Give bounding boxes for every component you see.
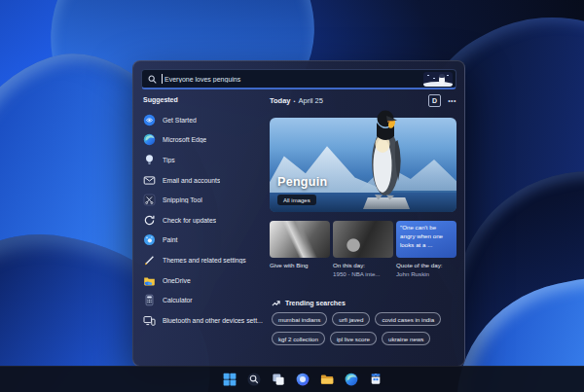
screen: Everyone loves penguins Suggested Get St… <box>0 0 584 392</box>
windows-logo-icon <box>223 373 237 387</box>
trending-icon <box>272 299 280 307</box>
file-explorer-button[interactable] <box>318 371 337 389</box>
start-button[interactable] <box>221 371 239 389</box>
sync-arrows-icon <box>143 214 156 227</box>
task-view-icon <box>272 373 286 387</box>
taskbar-search-button[interactable] <box>245 371 264 389</box>
daily-section: Today • April 25 D ••• <box>270 94 456 367</box>
search-icon <box>247 373 262 387</box>
envelope-icon <box>143 174 156 187</box>
edge-icon <box>345 373 359 387</box>
trending-header: Trending searches <box>272 299 346 307</box>
trending-title: Trending searches <box>285 300 346 306</box>
all-images-button[interactable]: All images <box>277 195 316 205</box>
suggested-item-microsoft-edge[interactable]: Microsoft Edge <box>143 130 270 151</box>
folder-icon <box>320 373 335 387</box>
search-icon <box>148 75 157 84</box>
widgets-icon <box>296 373 310 387</box>
text-caret <box>162 74 163 84</box>
card-thumbnail <box>333 221 393 258</box>
suggested-item-paint[interactable]: Paint <box>143 231 270 251</box>
suggested-item-check-updates[interactable]: Check for updates <box>143 210 270 231</box>
suggested-item-get-started[interactable]: Get Started <box>143 110 270 130</box>
suggested-item-themes[interactable]: Themes and related settings <box>143 250 270 270</box>
suggested-section: Suggested Get Started <box>143 96 270 331</box>
today-label: Today <box>270 96 291 105</box>
store-bag-icon <box>369 373 383 387</box>
suggested-title: Suggested <box>143 96 270 103</box>
daily-cards: Give with Bing On this day: 1950 - NBA i… <box>270 221 456 279</box>
more-options-icon[interactable]: ••• <box>448 99 456 103</box>
search-query-text: Everyone loves penguins <box>164 76 423 83</box>
widgets-button[interactable] <box>294 371 312 389</box>
taskbar <box>0 366 584 392</box>
daily-header: Today • April 25 D ••• <box>270 94 456 107</box>
suggested-item-onedrive[interactable]: OneDrive <box>143 270 270 291</box>
suggested-item-email-accounts[interactable]: Email and accounts <box>143 170 270 191</box>
quote-text: "One can't be angry when one looks at a … <box>396 221 456 258</box>
search-flyout: Everyone loves penguins Suggested Get St… <box>132 60 465 367</box>
trending-chip[interactable]: ukraine news <box>382 332 430 345</box>
suggested-item-tips[interactable]: Tips <box>143 150 270 170</box>
date-label: April 25 <box>298 96 322 105</box>
calculator-icon <box>143 294 156 306</box>
onedrive-folder-icon <box>143 274 156 287</box>
get-started-icon <box>143 114 156 126</box>
snipping-tool-icon <box>143 194 156 206</box>
card-caption: Quote of the day: John Ruskin <box>396 262 456 279</box>
task-view-button[interactable] <box>270 371 288 389</box>
penguin-illustration <box>359 109 412 202</box>
dot-separator: • <box>294 98 296 104</box>
trending-chips: mumbai indians urfi javed covid cases in… <box>272 312 456 345</box>
brush-pencil-icon <box>143 254 156 267</box>
card-thumbnail <box>270 221 330 258</box>
card-give-with-bing[interactable]: Give with Bing <box>270 221 330 279</box>
search-input[interactable]: Everyone loves penguins <box>141 69 456 89</box>
trending-chip[interactable]: urfi javed <box>332 312 370 326</box>
trending-chip[interactable]: kgf 2 collection <box>272 332 325 345</box>
card-on-this-day[interactable]: On this day: 1950 - NBA inte... <box>333 221 393 279</box>
suggested-item-snipping-tool[interactable]: Snipping Tool <box>143 190 270 210</box>
card-caption: On this day: 1950 - NBA inte... <box>333 262 393 279</box>
hero-image-card[interactable]: Penguin All images <box>270 118 456 212</box>
card-quote-of-the-day[interactable]: "One can't be angry when one looks at a … <box>396 221 456 279</box>
trending-chip[interactable]: mumbai indians <box>272 312 327 326</box>
penguin-doodle-illustration <box>423 72 453 87</box>
edge-icon <box>143 133 156 146</box>
suggested-item-bluetooth-devices[interactable]: Bluetooth and other devices sett... <box>143 310 270 331</box>
trending-chip[interactable]: ipl live score <box>330 332 377 345</box>
microsoft-store-button[interactable] <box>367 371 385 389</box>
suggested-item-calculator[interactable]: Calculator <box>143 290 270 310</box>
paint-palette-icon <box>143 233 156 246</box>
trending-chip[interactable]: covid cases in india <box>375 312 441 326</box>
hero-title: Penguin <box>277 175 327 189</box>
edge-browser-button[interactable] <box>343 371 361 389</box>
devices-icon <box>143 314 156 327</box>
tips-lightbulb-icon <box>143 154 156 166</box>
profile-badge[interactable]: D <box>428 94 441 107</box>
card-caption: Give with Bing <box>270 262 330 270</box>
